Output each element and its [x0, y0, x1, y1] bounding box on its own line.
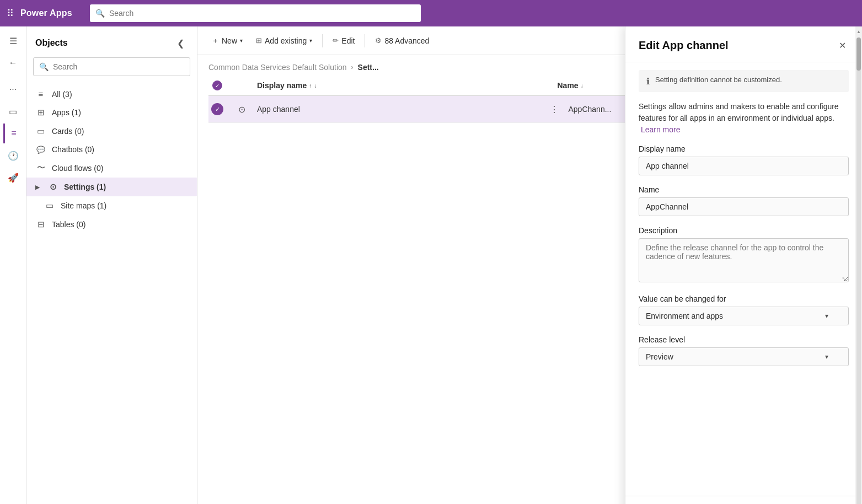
- description-field-group: Description ⤡: [639, 226, 849, 285]
- app-title: Power Apps: [20, 8, 72, 18]
- nav-history-icon[interactable]: 🕐: [3, 146, 23, 165]
- cloud-flows-icon: 〜: [35, 163, 46, 173]
- edit-icon: ✏: [333, 36, 339, 45]
- breadcrumb-chevron-icon: ›: [351, 63, 354, 71]
- row-checkbox-cell: ✓: [208, 103, 226, 115]
- name-sort-icon: ↓: [581, 83, 583, 89]
- panel-footer: Save Cancel: [625, 496, 862, 504]
- nav-list-icon[interactable]: ≡: [3, 124, 23, 143]
- display-name-input[interactable]: [639, 157, 849, 175]
- sidebar-item-all-label: All (3): [52, 90, 72, 99]
- name-input[interactable]: [639, 197, 849, 216]
- advanced-icon: ⚙: [375, 36, 382, 45]
- textarea-wrapper: ⤡: [639, 238, 849, 285]
- panel-scrollbar[interactable]: ▲ ▼: [855, 26, 862, 504]
- panel-body: ℹ Setting definition cannot be customize…: [625, 62, 862, 496]
- header-checkbox-cell: ✓: [208, 81, 226, 90]
- sidebar-item-tables[interactable]: ⊟ Tables (0): [26, 215, 197, 234]
- new-button[interactable]: ＋ New ▾: [206, 33, 248, 49]
- col-display-name-header[interactable]: Display name ↑ ↓: [257, 81, 551, 90]
- add-existing-chevron-icon: ▾: [309, 37, 312, 44]
- sort-up-icon: ↑: [309, 83, 312, 89]
- expand-icon: ▶: [35, 184, 40, 190]
- tables-icon: ⊟: [35, 219, 46, 229]
- display-name-field-group: Display name: [639, 144, 849, 175]
- main-layout: ☰ ← ··· ▭ ≡ 🕐 🚀 Objects ❮ 🔍 ≡ All (3) ⊞ …: [0, 26, 862, 504]
- learn-more-link[interactable]: Learn more: [641, 125, 681, 134]
- panel-close-button[interactable]: ✕: [833, 36, 851, 54]
- setting-description: Settings allow admins and makers to enab…: [639, 102, 839, 134]
- site-maps-icon: ▭: [44, 201, 55, 211]
- left-nav: ☰ ← ··· ▭ ≡ 🕐 🚀: [0, 26, 26, 504]
- sidebar-search-icon: 🔍: [39, 62, 49, 71]
- new-chevron-icon: ▾: [240, 37, 243, 44]
- value-can-be-changed-value: Environment and apps: [646, 312, 723, 320]
- sidebar-header: Objects ❮: [26, 26, 197, 55]
- toolbar-divider-1: [322, 34, 323, 47]
- sidebar-item-apps[interactable]: ⊞ Apps (1): [26, 103, 197, 122]
- description-label: Description: [639, 226, 849, 235]
- row-icon-cell: ⊙: [233, 104, 250, 115]
- release-level-select-wrapper: Preview ▾: [639, 347, 849, 366]
- release-level-label: Release level: [639, 335, 849, 344]
- sidebar-item-site-maps-label: Site maps (1): [61, 201, 106, 210]
- row-more-button[interactable]: ⋮: [547, 101, 562, 117]
- nav-pages-icon[interactable]: ▭: [3, 101, 23, 121]
- release-level-chevron-icon: ▾: [825, 353, 828, 361]
- topbar: ⠿ Power Apps 🔍: [0, 0, 862, 26]
- sidebar-item-cards-label: Cards (0): [52, 127, 84, 136]
- sidebar-search-input[interactable]: [53, 62, 184, 71]
- name-field-group: Name: [639, 185, 849, 216]
- sidebar-item-all[interactable]: ≡ All (3): [26, 85, 197, 103]
- value-can-be-changed-field-group: Value can be changed for Environment and…: [639, 294, 849, 325]
- sidebar-item-apps-label: Apps (1): [52, 108, 81, 117]
- sidebar-collapse-button[interactable]: ❮: [173, 35, 188, 51]
- global-search-input[interactable]: [109, 9, 415, 18]
- sidebar-nav: ≡ All (3) ⊞ Apps (1) ▭ Cards (0) 💬 Chatb…: [26, 83, 197, 504]
- value-can-be-changed-select[interactable]: Environment and apps ▾: [639, 307, 849, 325]
- nav-rocket-icon[interactable]: 🚀: [3, 168, 23, 187]
- release-level-select[interactable]: Preview ▾: [639, 347, 849, 366]
- sidebar-item-cards[interactable]: ▭ Cards (0): [26, 122, 197, 141]
- chatbots-icon: 💬: [35, 146, 46, 154]
- panel-title: Edit App channel: [639, 39, 729, 52]
- sidebar-item-chatbots[interactable]: 💬 Chatbots (0): [26, 141, 197, 158]
- name-label: Name: [639, 185, 849, 194]
- breadcrumb-current: Sett...: [358, 63, 379, 72]
- add-existing-button[interactable]: ⊞ Add existing ▾: [250, 33, 318, 49]
- scrollbar-thumb[interactable]: [856, 37, 861, 71]
- resize-handle-icon: ⤡: [842, 275, 847, 283]
- apps-icon: ⊞: [35, 108, 46, 117]
- all-icon: ≡: [35, 89, 46, 99]
- scrollbar-up-arrow[interactable]: ▲: [855, 26, 862, 36]
- panel-header: Edit App channel ✕: [625, 26, 862, 62]
- setting-description-block: Settings allow admins and makers to enab…: [639, 101, 849, 136]
- sidebar: Objects ❮ 🔍 ≡ All (3) ⊞ Apps (1) ▭ Cards…: [26, 26, 197, 504]
- sidebar-item-chatbots-label: Chatbots (0): [52, 145, 94, 154]
- sidebar-item-cloud-flows-label: Cloud flows (0): [52, 164, 103, 173]
- description-textarea[interactable]: [639, 238, 849, 282]
- release-level-value: Preview: [646, 352, 673, 361]
- sidebar-item-site-maps[interactable]: ▭ Site maps (1): [26, 196, 197, 215]
- cards-icon: ▭: [35, 126, 46, 136]
- nav-ellipsis-icon[interactable]: ···: [3, 79, 23, 99]
- sort-down-icon: ↓: [314, 83, 317, 89]
- info-text: Setting definition cannot be customized.: [655, 76, 782, 84]
- sidebar-item-cloud-flows[interactable]: 〜 Cloud flows (0): [26, 158, 197, 178]
- sidebar-item-settings[interactable]: ▶ ⊙ Settings (1): [26, 178, 197, 196]
- advanced-button[interactable]: ⚙ 88 Advanced: [370, 33, 435, 49]
- nav-back-icon[interactable]: ←: [3, 53, 23, 73]
- select-chevron-icon: ▾: [825, 312, 828, 320]
- row-check-circle: ✓: [211, 103, 223, 115]
- nav-hamburger-icon[interactable]: ☰: [3, 31, 23, 51]
- plus-icon: ＋: [212, 36, 219, 46]
- breadcrumb-parent[interactable]: Common Data Services Default Solution: [208, 63, 347, 72]
- right-panel: Edit App channel ✕ ℹ Setting definition …: [625, 26, 862, 504]
- display-name-label: Display name: [639, 144, 849, 153]
- sidebar-item-settings-label: Settings (1): [64, 183, 106, 191]
- edit-button[interactable]: ✏ Edit: [327, 33, 360, 49]
- scrollbar-track[interactable]: [856, 37, 861, 504]
- value-can-be-changed-select-wrapper: Environment and apps ▾: [639, 307, 849, 325]
- grid-icon[interactable]: ⠿: [7, 7, 14, 19]
- settings-icon: ⊙: [47, 182, 58, 192]
